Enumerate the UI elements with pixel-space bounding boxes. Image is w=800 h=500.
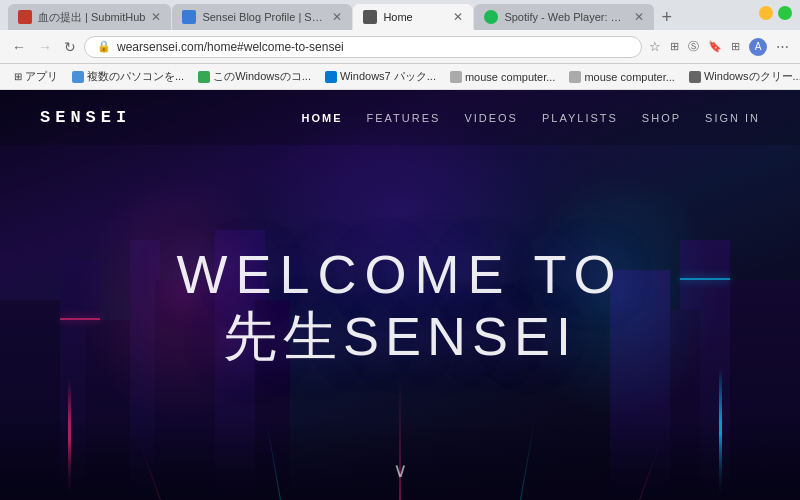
hero-content: WELCOME TO 先生SENSEI (176, 243, 623, 367)
profile-button[interactable]: A (746, 36, 770, 58)
bookmark-5[interactable]: mouse computer... (563, 69, 681, 85)
bookmark-2-icon (198, 71, 210, 83)
scroll-down-indicator[interactable]: ∨ (393, 458, 408, 482)
tab-close-4[interactable]: ✕ (634, 10, 644, 24)
bookmark-5-label: mouse computer... (584, 71, 675, 83)
nav-link-videos[interactable]: VIDEOS (464, 112, 518, 124)
forward-button[interactable]: → (34, 37, 56, 57)
tab-favicon-1 (18, 10, 32, 24)
site-logo[interactable]: SENSEI (40, 108, 131, 127)
bookmark-5-icon (569, 71, 581, 83)
maximize-button[interactable] (778, 6, 792, 20)
bookmark-3-icon (325, 71, 337, 83)
tab-label-1: 血の提出 | SubmitHub (38, 10, 145, 25)
bookmark-4-icon (450, 71, 462, 83)
bookmark-2-label: このWindowsのコ... (213, 69, 311, 84)
tab-3[interactable]: Home ✕ (353, 4, 473, 30)
bookmark-apps-label: アプリ (25, 69, 58, 84)
tab-label-4: Spotify - Web Player: Music fro... (504, 11, 628, 23)
lock-icon: 🔒 (97, 40, 111, 53)
tab-favicon-2 (182, 10, 196, 24)
tab-favicon-3 (363, 10, 377, 24)
settings-button[interactable]: ⋯ (773, 37, 792, 56)
browser-chrome: 血の提出 | SubmitHub ✕ Sensei Blog Profile |… (0, 0, 800, 90)
bookmarks-bar: ⊞ アプリ 複数のパソコンを... このWindowsのコ... Windows… (0, 64, 800, 90)
tab-close-3[interactable]: ✕ (453, 10, 463, 24)
tab-bar: 血の提出 | SubmitHub ✕ Sensei Blog Profile |… (0, 0, 800, 30)
nav-link-signin[interactable]: SIGN IN (705, 112, 760, 124)
nav-link-playlists[interactable]: PLAYLISTS (542, 112, 618, 124)
bookmark-4[interactable]: mouse computer... (444, 69, 562, 85)
bookmark-1-icon (72, 71, 84, 83)
reload-button[interactable]: ↻ (60, 37, 80, 57)
bookmark-3-label: Windows7 パック... (340, 69, 436, 84)
tab-close-2[interactable]: ✕ (332, 10, 342, 24)
address-actions: ☆ ⊞ Ⓢ 🔖 ⊞ A ⋯ (646, 36, 792, 58)
nav-links: HOME FEATURES VIDEOS PLAYLISTS SHOP SIGN… (302, 112, 760, 124)
back-button[interactable]: ← (8, 37, 30, 57)
new-tab-button[interactable]: + (655, 4, 678, 30)
nav-link-features[interactable]: FEATURES (367, 112, 441, 124)
bookmark-apps[interactable]: ⊞ アプリ (8, 67, 64, 86)
hero-line-1: WELCOME TO (176, 243, 623, 305)
address-bar[interactable]: 🔒 wearsensei.com/home#welcome-to-sensei (84, 36, 642, 58)
bookmark-1-label: 複数のパソコンを... (87, 69, 184, 84)
extension-btn-4[interactable]: ⊞ (728, 38, 743, 55)
nav-link-home[interactable]: HOME (302, 112, 343, 124)
extension-btn-2[interactable]: Ⓢ (685, 37, 702, 56)
tab-4[interactable]: Spotify - Web Player: Music fro... ✕ (474, 4, 654, 30)
star-button[interactable]: ☆ (646, 37, 664, 56)
tab-1[interactable]: 血の提出 | SubmitHub ✕ (8, 4, 171, 30)
extension-btn-1[interactable]: ⊞ (667, 38, 682, 55)
bookmark-6[interactable]: Windowsのクリー... (683, 67, 800, 86)
profile-avatar: A (749, 38, 767, 56)
minimize-button[interactable] (759, 6, 773, 20)
tab-close-1[interactable]: ✕ (151, 10, 161, 24)
bookmark-3[interactable]: Windows7 パック... (319, 67, 442, 86)
apps-icon: ⊞ (14, 71, 22, 82)
hero-line-2: 先生SENSEI (176, 305, 623, 367)
tab-favicon-4 (484, 10, 498, 24)
bookmark-1[interactable]: 複数のパソコンを... (66, 67, 190, 86)
tab-2[interactable]: Sensei Blog Profile | SubmitH... ✕ (172, 4, 352, 30)
extension-btn-3[interactable]: 🔖 (705, 38, 725, 55)
address-bar-row: ← → ↻ 🔒 wearsensei.com/home#welcome-to-s… (0, 30, 800, 64)
bookmark-6-label: Windowsのクリー... (704, 69, 800, 84)
site-nav: SENSEI HOME FEATURES VIDEOS PLAYLISTS SH… (0, 90, 800, 145)
bookmark-4-label: mouse computer... (465, 71, 556, 83)
tab-label-2: Sensei Blog Profile | SubmitH... (202, 11, 326, 23)
address-text: wearsensei.com/home#welcome-to-sensei (117, 40, 344, 54)
window-controls (759, 6, 792, 20)
bookmark-2[interactable]: このWindowsのコ... (192, 67, 317, 86)
nav-link-shop[interactable]: SHOP (642, 112, 681, 124)
website: SENSEI HOME FEATURES VIDEOS PLAYLISTS SH… (0, 90, 800, 500)
tab-label-3: Home (383, 11, 412, 23)
bookmark-6-icon (689, 71, 701, 83)
